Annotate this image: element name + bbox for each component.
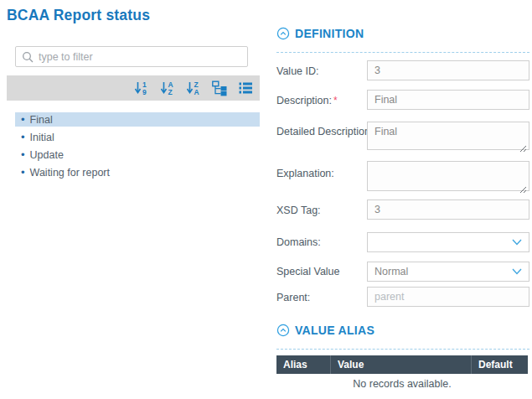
value-alias-table-header: Alias Value Default: [276, 355, 528, 374]
list-item-label: Final: [30, 114, 53, 126]
no-records-message: No records available.: [276, 378, 528, 390]
detail-panel: DEFINITION Value ID: Description:* Detai…: [276, 0, 529, 399]
parent-input[interactable]: [367, 287, 529, 307]
explanation-textarea[interactable]: [367, 161, 529, 191]
sort-alpha-ascending-icon[interactable]: A Z: [158, 79, 177, 97]
domains-dropdown[interactable]: [367, 232, 529, 252]
list-view-icon[interactable]: [236, 79, 255, 97]
column-header-alias[interactable]: Alias: [276, 355, 331, 374]
list-toolbar: 1 9 A Z Z A: [7, 75, 260, 101]
column-header-value[interactable]: Value: [331, 355, 472, 374]
value-id-label: Value ID:: [276, 65, 319, 77]
domains-label: Domains:: [276, 236, 321, 248]
status-list: • Final • Initial • Update • Waiting for…: [7, 109, 260, 179]
list-item-update[interactable]: • Update: [15, 148, 260, 162]
value-alias-section-title: VALUE ALIAS: [295, 324, 374, 337]
value-id-input[interactable]: [367, 60, 529, 80]
bullet-icon: •: [21, 114, 25, 125]
svg-text:9: 9: [142, 88, 147, 96]
explanation-label: Explanation:: [276, 168, 334, 179]
collapse-definition-icon[interactable]: [276, 27, 290, 40]
required-marker: *: [333, 95, 338, 106]
special-value-value: Normal: [374, 266, 408, 277]
bullet-icon: •: [21, 149, 25, 160]
xsd-tag-label: XSD Tag:: [276, 205, 321, 216]
list-item-label: Initial: [30, 132, 54, 143]
bullet-icon: •: [21, 132, 25, 142]
page: BCAA Report status 1 9 A Z: [0, 0, 532, 399]
list-item-label: Waiting for report: [30, 167, 110, 179]
detailed-description-textarea[interactable]: Final: [367, 122, 529, 150]
detailed-description-label: Detailed Description:*: [276, 126, 379, 137]
filter-input[interactable]: [39, 51, 241, 63]
list-item-label: Update: [30, 149, 64, 161]
bullet-icon: •: [21, 167, 25, 178]
page-title: BCAA Report status: [7, 7, 150, 24]
sort-numeric-descending-icon[interactable]: 1 9: [132, 79, 151, 97]
column-header-default[interactable]: Default: [472, 355, 528, 374]
chevron-down-icon: [512, 268, 522, 275]
parent-label: Parent:: [276, 292, 310, 303]
special-value-label: Special Value: [276, 266, 340, 277]
special-value-dropdown[interactable]: Normal: [367, 262, 529, 282]
description-label: Description:*: [276, 95, 338, 106]
chevron-down-icon: [512, 239, 522, 246]
resize-grip-icon[interactable]: [519, 141, 527, 156]
svg-text:Z: Z: [168, 88, 173, 96]
sort-alpha-descending-icon[interactable]: Z A: [184, 79, 203, 97]
collapse-value-alias-icon[interactable]: [276, 324, 290, 337]
list-item-waiting-for-report[interactable]: • Waiting for report: [15, 165, 260, 179]
xsd-tag-input[interactable]: [367, 200, 529, 220]
description-input[interactable]: [367, 90, 529, 110]
resize-grip-icon[interactable]: [519, 182, 527, 197]
list-item-final[interactable]: • Final: [15, 112, 260, 127]
definition-section-title: DEFINITION: [295, 27, 364, 40]
list-item-initial[interactable]: • Initial: [15, 130, 260, 144]
search-icon: [22, 51, 34, 63]
hierarchy-view-icon[interactable]: [210, 79, 229, 97]
definition-section-header: DEFINITION: [276, 34, 529, 53]
svg-text:A: A: [194, 88, 199, 96]
value-alias-section-header: VALUE ALIAS: [276, 330, 529, 350]
filter-box: [15, 46, 248, 67]
